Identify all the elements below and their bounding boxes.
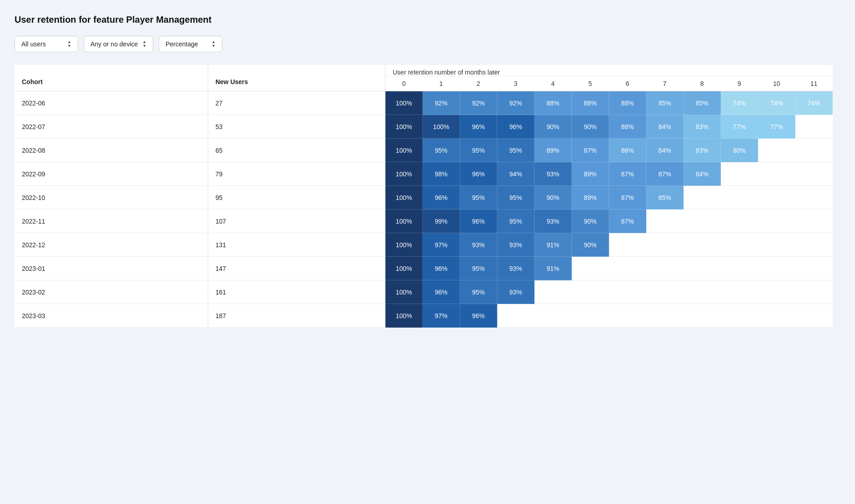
retention-header: User retention number of months later (385, 65, 833, 76)
month-header-6: 6 (609, 76, 646, 91)
month-header-8: 8 (684, 76, 721, 91)
retention-cell (795, 280, 833, 304)
month-header-1: 1 (423, 76, 460, 91)
table-row: 2022-0865100%95%95%95%89%87%86%84%83%80% (15, 139, 833, 162)
retention-cell: 84% (684, 162, 721, 186)
retention-cell (646, 304, 684, 328)
retention-cell: 88% (572, 91, 609, 115)
retention-cell: 74% (721, 91, 758, 115)
retention-cell: 96% (423, 257, 460, 280)
retention-cell: 97% (423, 233, 460, 257)
display-filter[interactable]: Percentage ▲▼ (159, 36, 222, 52)
retention-cell: 96% (423, 186, 460, 210)
table-row: 2023-02161100%96%95%93% (15, 280, 833, 304)
retention-cell (572, 304, 609, 328)
cohort-cell: 2023-02 (15, 280, 208, 304)
newusers-cell: 147 (208, 257, 385, 280)
retention-cell: 88% (609, 115, 646, 139)
retention-cell: 95% (460, 186, 497, 210)
users-filter[interactable]: All users ▲▼ (15, 36, 78, 52)
retention-cell (721, 233, 758, 257)
retention-cell: 91% (535, 257, 572, 280)
table-body: 2022-0627100%92%92%92%88%88%88%85%85%74%… (15, 91, 833, 328)
retention-cell: 90% (535, 115, 572, 139)
retention-cell (795, 162, 833, 186)
retention-cell: 93% (535, 210, 572, 233)
page-title: User retention for feature Player Manage… (15, 15, 833, 25)
retention-cell: 95% (497, 210, 535, 233)
retention-cell: 90% (572, 115, 609, 139)
table-row: 2023-03187100%97%96% (15, 304, 833, 328)
retention-cell: 96% (460, 162, 497, 186)
retention-cell (721, 257, 758, 280)
retention-cell: 100% (385, 210, 423, 233)
retention-cell: 100% (385, 162, 423, 186)
retention-cell: 100% (385, 186, 423, 210)
retention-cell: 87% (609, 186, 646, 210)
retention-cell (646, 233, 684, 257)
retention-cell: 96% (460, 304, 497, 328)
table-row: 2022-12131100%97%93%93%91%90% (15, 233, 833, 257)
cohort-cell: 2022-12 (15, 233, 208, 257)
retention-cell: 100% (385, 257, 423, 280)
table-row: 2022-11107100%99%96%95%93%90%87% (15, 210, 833, 233)
retention-cell (609, 280, 646, 304)
newusers-cell: 107 (208, 210, 385, 233)
table-row: 2022-0753100%100%96%96%90%90%88%84%83%77… (15, 115, 833, 139)
newusers-cell: 79 (208, 162, 385, 186)
retention-cell (758, 162, 795, 186)
cohort-cell: 2022-07 (15, 115, 208, 139)
retention-cell: 93% (497, 233, 535, 257)
retention-cell: 96% (460, 210, 497, 233)
header-row-top: Cohort New Users User retention number o… (15, 65, 833, 76)
newusers-cell: 53 (208, 115, 385, 139)
month-header-3: 3 (497, 76, 535, 91)
newusers-cell: 187 (208, 304, 385, 328)
retention-cell: 94% (497, 162, 535, 186)
month-header-9: 9 (721, 76, 758, 91)
retention-cell: 84% (646, 115, 684, 139)
retention-cell: 92% (497, 91, 535, 115)
retention-cell (758, 139, 795, 162)
retention-cell: 87% (572, 139, 609, 162)
retention-cell: 74% (795, 91, 833, 115)
retention-cell: 100% (423, 115, 460, 139)
retention-cell (721, 162, 758, 186)
retention-cell: 95% (497, 186, 535, 210)
users-filter-label: All users (21, 40, 46, 48)
retention-table-wrapper: Cohort New Users User retention number o… (15, 65, 833, 328)
retention-cell (721, 280, 758, 304)
retention-cell: 100% (385, 280, 423, 304)
month-header-4: 4 (535, 76, 572, 91)
retention-cell (795, 304, 833, 328)
device-filter[interactable]: Any or no device ▲▼ (84, 36, 153, 52)
retention-cell: 74% (758, 91, 795, 115)
retention-cell: 95% (497, 139, 535, 162)
retention-cell: 77% (721, 115, 758, 139)
retention-cell (572, 257, 609, 280)
retention-cell (572, 280, 609, 304)
retention-cell: 100% (385, 304, 423, 328)
retention-cell (684, 210, 721, 233)
retention-cell (684, 257, 721, 280)
table-row: 2022-1095100%96%95%95%90%89%87%85% (15, 186, 833, 210)
retention-cell (721, 304, 758, 328)
retention-cell: 89% (572, 186, 609, 210)
retention-cell: 100% (385, 233, 423, 257)
retention-cell (758, 233, 795, 257)
retention-cell: 93% (535, 162, 572, 186)
newusers-cell: 65 (208, 139, 385, 162)
retention-cell (535, 304, 572, 328)
cohort-cell: 2022-06 (15, 91, 208, 115)
retention-cell: 93% (497, 280, 535, 304)
retention-cell (758, 280, 795, 304)
retention-cell (758, 257, 795, 280)
month-header-5: 5 (572, 76, 609, 91)
retention-cell: 85% (684, 91, 721, 115)
retention-cell: 83% (684, 115, 721, 139)
retention-cell (609, 304, 646, 328)
month-header-0: 0 (385, 76, 423, 91)
retention-cell (795, 210, 833, 233)
retention-cell: 80% (721, 139, 758, 162)
retention-cell (684, 233, 721, 257)
